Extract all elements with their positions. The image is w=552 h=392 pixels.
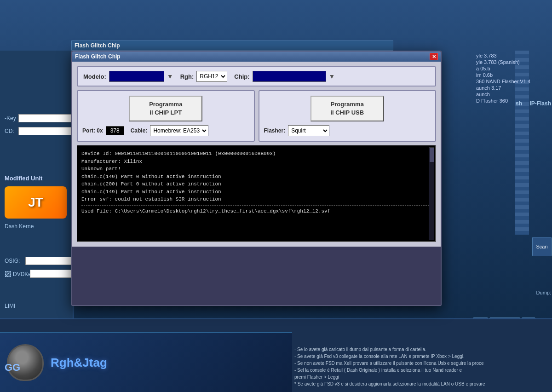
flash-glitch-chip-dialog: Flash Glitch Chip ✕ Modelo: ▼ Rgh: RGH12… <box>71 51 442 306</box>
key-input[interactable] <box>18 114 71 122</box>
rgh-label: Rgh: <box>180 73 194 80</box>
output-line-4: chain.c(200) Part 0 without active instr… <box>81 180 431 188</box>
modelo-group: Modelo: ▼ <box>83 71 173 82</box>
chip-group: Chip: ▼ <box>234 71 335 82</box>
scrollbar-thumb[interactable] <box>430 148 434 162</box>
output-line-2: Unknown part! <box>81 165 431 173</box>
modified-label: Modified Unit <box>5 175 42 182</box>
output-separator <box>81 205 431 206</box>
bottom-line-3: - Se non avete FSD ma Xell provare a uti… <box>294 360 547 367</box>
version-item: aunch 3.17 <box>475 85 550 91</box>
gg-text: GG <box>5 362 20 374</box>
osig-label: OSIG: <box>5 258 20 264</box>
dvdkey-input[interactable] <box>30 270 71 278</box>
bottom-line-4: - Sel la console è Retail ( Dash Origina… <box>294 367 547 374</box>
used-file-line: Used File: C:\Users\Carmelo\Desktop\rgh1… <box>81 208 431 215</box>
cable-select[interactable]: Homebrew: EA253 Homebrew: EA1 <box>150 125 208 136</box>
lim-label: LIMI <box>5 303 15 309</box>
version-item: yle 3.783 (Spanish) <box>475 59 550 65</box>
output-line-3: chain.c(149) Part 0 without active instr… <box>81 173 431 181</box>
dump-label: Dump: <box>536 290 551 295</box>
cd-label: CD: <box>5 128 14 134</box>
version-item: 360 NAND Flasher V1.4 <box>475 78 550 85</box>
chip-label: Chip: <box>234 73 249 80</box>
logo: JT <box>5 186 67 219</box>
bottom-info-text: - Se lo avete già caricato il dump dal p… <box>294 346 547 387</box>
middle-section: Programmail CHIP LPT Port: 0x 378 Cable:… <box>77 90 436 142</box>
port-label: Port: 0x <box>82 127 103 134</box>
rgh-select[interactable]: RGH12 RGH1 RGH2 <box>196 71 227 82</box>
dialog-content: Modelo: ▼ Rgh: RGH12 RGH1 RGH2 Chip: ▼ <box>72 62 441 247</box>
version-item: a 05.b <box>475 65 550 72</box>
flasher-select[interactable]: Squirt Other <box>288 125 329 136</box>
version-item: im 0.6b <box>475 72 550 78</box>
key-label: -Key <box>5 115 16 121</box>
cable-label: Cable: <box>131 127 148 134</box>
bottom-line-2: - Se avete già Fsd v3 collegate la conso… <box>294 353 547 360</box>
version-item: D Flasher 360 <box>475 98 550 104</box>
program-lpt-button[interactable]: Programmail CHIP LPT <box>129 96 202 121</box>
version-item: aunch <box>475 91 550 98</box>
dialog-overlay: Flash Glitch Chip ✕ Modelo: ▼ Rgh: RGH12… <box>71 40 467 298</box>
bottom-bar: GG Rgh&Jtag - Se lo avete già caricato i… <box>0 318 552 392</box>
lpt-panel: Programmail CHIP LPT Port: 0x 378 Cable:… <box>77 90 255 142</box>
modelo-dropdown-icon[interactable]: ▼ <box>167 73 173 80</box>
bottom-line-1: - Se lo avete già caricato il dump dal p… <box>294 346 547 353</box>
used-file-path: C:\Users\Carmelo\Desktop\rgh12\try_these… <box>115 208 331 214</box>
flasher-label: Flasher: <box>264 127 286 134</box>
bg-left-panel: -Key CD: Modified Unit JT Dash Kerne OSI… <box>0 51 74 345</box>
bottom-line-6: * Se avete già FSD v3 e si desidera aggi… <box>294 380 547 387</box>
scan-button[interactable]: Scan <box>532 237 552 256</box>
scrollbar-track[interactable] <box>429 147 434 240</box>
rgh-jtag-text: Rgh&Jtag <box>51 356 107 370</box>
version-list: yle 3.783 yle 3.783 (Spanish) a 05.b im … <box>473 51 552 106</box>
used-file-label: Used File: <box>81 208 115 214</box>
output-line-0: Device Id: 00010110110110001011000010010… <box>81 150 431 158</box>
program-usb-button[interactable]: Programmail CHIP USB <box>310 96 384 121</box>
top-section: Modelo: ▼ Rgh: RGH12 RGH1 RGH2 Chip: ▼ <box>77 66 436 86</box>
osig-input[interactable] <box>25 257 71 265</box>
port-value: 378 <box>106 126 124 135</box>
chip-input[interactable] <box>253 71 326 82</box>
dialog-titlebar: Flash Glitch Chip ✕ <box>72 52 441 62</box>
dialog-title: Flash Glitch Chip <box>75 53 430 60</box>
output-line-1: Manufacturer: Xilinx <box>81 158 431 166</box>
output-line-6: Error svf: could not establish SIR instr… <box>81 196 431 203</box>
bottom-line-5: premi Flasher > Leggi <box>294 374 547 380</box>
output-line-5: chain.c(149) Part 0 without active instr… <box>81 188 431 196</box>
port-row: Port: 0x 378 Cable: Homebrew: EA253 Home… <box>82 125 249 136</box>
flasher-row: Flasher: Squirt Other <box>264 125 431 136</box>
close-button[interactable]: ✕ <box>430 53 438 60</box>
rgh-banner: GG Rgh&Jtag <box>0 332 292 392</box>
output-console: Device Id: 00010110110110001011000010010… <box>77 145 436 242</box>
usb-panel: Programmail CHIP USB Flasher: Squirt Oth… <box>259 90 437 142</box>
modelo-label: Modelo: <box>83 73 106 80</box>
cd-input[interactable] <box>18 127 71 135</box>
modelo-input[interactable] <box>109 71 164 82</box>
rgh-group: Rgh: RGH12 RGH1 RGH2 <box>180 71 228 82</box>
version-item: yle 3.783 <box>475 52 550 59</box>
chip-dropdown-icon[interactable]: ▼ <box>329 73 335 80</box>
dash-label: Dash Kerne <box>5 223 34 230</box>
